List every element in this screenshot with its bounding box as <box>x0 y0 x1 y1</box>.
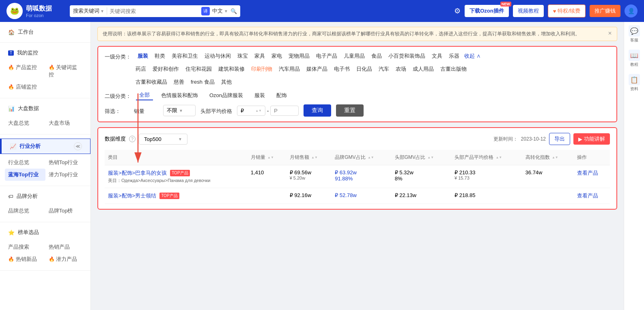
l2-tag-all[interactable]: 全部 <box>136 91 153 100</box>
sidebar-item-shop-monitor[interactable]: 🔥 店铺监控 <box>5 81 45 93</box>
cat-tag-farm[interactable]: 农场 <box>394 65 408 74</box>
tutorial-button[interactable]: ▶ 功能讲解 <box>573 133 610 145</box>
l2-tag-ozon-brand[interactable]: Ozon品牌服装 <box>206 91 246 100</box>
cat-tag-appliances[interactable]: 家电 <box>270 52 284 61</box>
cat-tag-electronics[interactable]: 电子产品 <box>314 52 339 61</box>
sidebar-collapse-icon[interactable]: ≪ <box>74 142 82 150</box>
cat-tag-pharmacy[interactable]: 药店 <box>134 65 148 74</box>
sales-select[interactable]: 不限 ▼ <box>163 105 196 116</box>
sidebar-item-brand-overview[interactable]: 品牌总览 <box>5 205 45 217</box>
product-name-link-2[interactable]: 服装>配饰>男士领结 <box>108 192 156 199</box>
query-button[interactable]: 查询 <box>304 104 331 117</box>
sidebar-section-industry: 📈 行业分析 ≪ 行业总览 热销Top行业 蓝海Top行业 潜力Top行业 <box>0 134 90 186</box>
special-button[interactable]: ♥ 特权/续费 <box>548 4 586 17</box>
sidebar-group-big-data: 大盘总览 大盘市场 <box>0 115 90 131</box>
action-link-2[interactable]: 查看产品 <box>577 193 598 199</box>
video-tutorial-button[interactable]: 视频教程 <box>513 5 544 17</box>
promote-button[interactable]: 推广赚钱 <box>590 5 620 17</box>
cat-tag-antiques[interactable]: 古董和收藏品 <box>134 78 169 87</box>
sort-monthly-revenue-icon[interactable]: ▲▼ <box>311 156 318 159</box>
cat-tag-stationery[interactable]: 文具 <box>430 52 444 61</box>
sidebar-item-my-monitor[interactable]: T 我的监控 <box>0 46 90 60</box>
dimension-option-text: Top500 <box>144 136 162 142</box>
sidebar-item-brand-analysis[interactable]: 🏷 品牌分析 <box>0 189 90 203</box>
col-brand-gmv: 品牌GMV占比 ▲▼ <box>332 150 391 165</box>
sidebar-item-workbench[interactable]: 🏠 工作台 <box>0 25 90 39</box>
reset-button[interactable]: 重置 <box>336 104 364 117</box>
cell-monthly-revenue-2: ₽ 92.16w <box>286 188 332 204</box>
download-plugin-button[interactable]: NEW 下载Ozon插件 <box>465 5 509 17</box>
l2-tag-sexy[interactable]: 色情服装和配饰 <box>158 91 201 100</box>
sidebar-item-hot-product[interactable]: 热销产品 <box>45 241 86 253</box>
sidebar-item-big-overview[interactable]: 大盘总览 <box>5 117 45 129</box>
col-action: 操作 <box>574 150 610 165</box>
cat-tag-antique-books[interactable]: 古董出版物 <box>439 65 468 74</box>
lang-select[interactable]: 中文 ▼ <box>212 7 228 15</box>
sidebar-item-big-data[interactable]: 📊 大盘数据 <box>0 102 90 115</box>
sort-brand-gmv-icon[interactable]: ▲▼ <box>368 156 374 159</box>
cat-tag-fresh[interactable]: fresh 食品 <box>189 78 216 87</box>
translate-icon[interactable]: 译 <box>201 7 210 15</box>
cat-tag-daily[interactable]: 日化品 <box>355 65 374 74</box>
cat-tag-jewelry[interactable]: 珠宝 <box>236 52 250 61</box>
right-sidebar-item-resources[interactable]: 📋 资料 <box>629 74 640 92</box>
notice-close-icon[interactable]: ✕ <box>608 30 612 36</box>
avatar[interactable]: 👤 <box>625 4 638 17</box>
sidebar-item-blue-ocean-industry[interactable]: 蓝海Top行业 <box>5 169 45 181</box>
dimension-select[interactable]: Top500 ▼ <box>139 134 187 145</box>
cat-tag-beauty[interactable]: 美容和卫生 <box>170 52 200 61</box>
sidebar-item-hot-top-industry[interactable]: 热销Top行业 <box>45 156 86 169</box>
cat-tag-clothing[interactable]: 服装 <box>136 52 150 61</box>
cat-tag-print[interactable]: 印刷刊物 <box>250 65 274 74</box>
cat-tag-media[interactable]: 媒体产品 <box>305 65 329 74</box>
sort-monthly-sales-icon[interactable]: ▲▼ <box>267 156 274 159</box>
sidebar-item-potential-product[interactable]: 🔥 潜力产品 <box>45 253 86 265</box>
cat-tag-food[interactable]: 食品 <box>370 52 383 61</box>
cat-tag-instruments[interactable]: 乐器 <box>447 52 461 61</box>
collapse-button[interactable]: 收起 ∧ <box>464 52 481 61</box>
right-sidebar-item-customer-service[interactable]: 💬 客服 <box>629 25 640 43</box>
sidebar-item-brand-top[interactable]: 品牌Top榜 <box>45 205 86 217</box>
cat-tag-shoes[interactable]: 鞋类 <box>153 52 167 61</box>
search-input[interactable] <box>110 8 199 14</box>
help-icon[interactable]: ? <box>129 136 136 142</box>
sidebar-item-industry-overview[interactable]: 行业总览 <box>5 156 45 169</box>
l2-tag-accessories[interactable]: 配饰 <box>273 91 290 100</box>
cat-tag-goods[interactable]: 小百货和装饰品 <box>387 52 427 61</box>
cat-tag-auto[interactable]: 汽车用品 <box>277 65 302 74</box>
sort-head-gmv-icon[interactable]: ▲▼ <box>427 156 434 159</box>
product-name-link-1[interactable]: 服装>配饰>巴拿马的女孩 <box>108 169 167 177</box>
price-from-input[interactable]: ₽ ▲▼ <box>237 106 265 116</box>
cat-tag-construction[interactable]: 建筑和装修 <box>217 65 246 74</box>
sort-avg-price-icon[interactable]: ▲▼ <box>495 156 502 159</box>
l2-tag-clothing[interactable]: 服装 <box>251 91 268 100</box>
cat-tag-hobbies[interactable]: 爱好和创作 <box>151 65 181 74</box>
price-to-input[interactable] <box>270 106 299 116</box>
right-sidebar-item-tutorial[interactable]: 📖 教程 <box>629 50 640 67</box>
sidebar-item-keyword-monitor[interactable]: 🔥 关键词监控 <box>45 61 86 81</box>
cat-tag-furniture[interactable]: 家具 <box>253 52 267 61</box>
action-link-1[interactable]: 查看产品 <box>577 170 598 176</box>
export-button[interactable]: 导出 <box>549 133 570 145</box>
cat-tag-car[interactable]: 汽车 <box>377 65 391 74</box>
cat-tag-other[interactable]: 其他 <box>220 78 233 87</box>
search-icon[interactable]: 🔍 <box>230 8 237 14</box>
sidebar-item-selection[interactable]: ⭐ 榜单选品 <box>0 225 90 239</box>
cat-tag-ebook[interactable]: 电子书 <box>332 65 351 74</box>
cat-tag-charity[interactable]: 慈善 <box>172 78 186 87</box>
cat-tag-home-garden[interactable]: 住宅和花园 <box>184 65 213 74</box>
cat-tag-kids[interactable]: 儿童用品 <box>342 52 366 61</box>
brand-gmv-val-1: ₽ 63.92w <box>335 169 388 176</box>
sort-conversion-icon[interactable]: ▲▼ <box>552 156 558 159</box>
sidebar-item-product-monitor[interactable]: 🔥 产品监控 <box>5 61 45 81</box>
new-badge: NEW <box>500 2 511 7</box>
sidebar-item-potential-top-industry[interactable]: 潜力Top行业 <box>45 169 86 181</box>
cat-tag-pets[interactable]: 宠物用品 <box>287 52 311 61</box>
sidebar-item-product-search[interactable]: 产品搜索 <box>5 241 45 253</box>
sidebar-item-industry-analysis[interactable]: 📈 行业分析 ≪ <box>0 139 90 154</box>
sidebar-item-big-market[interactable]: 大盘市场 <box>45 117 86 129</box>
search-dropdown[interactable]: 搜索关键词 ▼ <box>73 7 107 15</box>
cat-tag-sports[interactable]: 运动与休闲 <box>203 52 233 61</box>
sidebar-item-hot-new[interactable]: 🔥 热销新品 <box>5 253 45 265</box>
cat-tag-adult[interactable]: 成人用品 <box>411 65 435 74</box>
